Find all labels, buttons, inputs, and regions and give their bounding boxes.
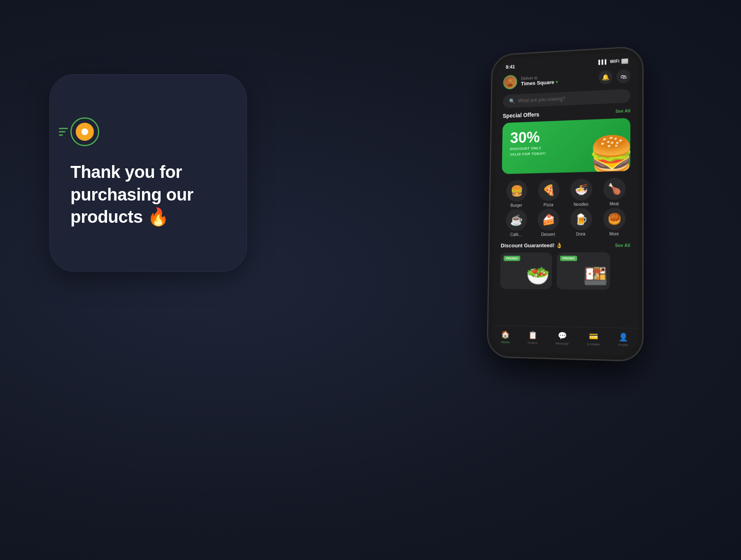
- orders-label: Orders: [528, 341, 538, 345]
- promo-banner[interactable]: 30% DISCOUNT ONLY VALID FOR TODAY! 🍔: [502, 118, 630, 174]
- wifi-icon: WiFi: [610, 58, 620, 64]
- category-noodles[interactable]: 🍜 Noodles: [565, 178, 597, 207]
- category-drink-label: Drink: [576, 232, 585, 236]
- category-burger-label: Burger: [510, 203, 522, 208]
- orders-icon: 📋: [528, 331, 537, 340]
- logo-dot: [82, 128, 88, 135]
- category-dessert-label: Dessert: [541, 232, 555, 237]
- category-cafe-icon: ☕: [506, 209, 527, 231]
- discount-title: Discount Guaranteed! 👌: [501, 242, 562, 248]
- home-label: Home: [501, 340, 510, 344]
- search-icon: 🔍: [509, 98, 515, 104]
- category-burger-icon: 🍔: [506, 180, 527, 202]
- bell-icon: 🔔: [601, 73, 609, 81]
- category-meat[interactable]: 🍗 Meat: [598, 177, 630, 206]
- special-offers-see-all[interactable]: See All: [615, 108, 630, 114]
- special-offers-title: Special Offers: [503, 111, 539, 119]
- profile-label: Profile: [618, 343, 628, 347]
- category-noodles-label: Noodles: [573, 202, 588, 207]
- promo-badge-1: PROMO: [503, 256, 520, 261]
- ewallet-label: E-Wallet: [587, 342, 600, 346]
- category-cafe[interactable]: ☕ Café...: [501, 209, 531, 237]
- ewallet-icon: 💳: [589, 332, 598, 341]
- category-more[interactable]: 🥮 More: [598, 208, 630, 236]
- bottom-nav: 🏠 Home 📋 Orders 💬 Message 💳 E-Wallet 👤: [492, 325, 638, 356]
- phone-frame: 9:41 ▌▌▌ WiFi ▓▓ Deliver to: [487, 47, 643, 361]
- deliver-info: Deliver to Times Square ▾: [521, 72, 599, 87]
- nav-ewallet[interactable]: 💳 E-Wallet: [587, 332, 600, 346]
- burger-emoji: 🍔: [588, 136, 630, 174]
- category-pizza[interactable]: 🍕 Pizza: [533, 179, 564, 208]
- signal-icon: ▌▌▌: [599, 59, 608, 65]
- category-noodles-icon: 🍜: [570, 178, 592, 201]
- category-dessert-icon: 🍰: [537, 208, 559, 231]
- category-meat-label: Meat: [610, 201, 619, 206]
- category-burger[interactable]: 🍔 Burger: [501, 180, 532, 208]
- nav-home[interactable]: 🏠 Home: [501, 330, 510, 344]
- profile-icon: 👤: [619, 332, 628, 342]
- bag-icon: 🛍: [620, 73, 627, 80]
- bag-button[interactable]: 🛍: [616, 69, 630, 84]
- promo-badge-2: PROMO: [560, 256, 578, 261]
- status-icons: ▌▌▌ WiFi ▓▓: [599, 58, 628, 65]
- svg-point-1: [508, 84, 513, 87]
- category-cafe-label: Café...: [510, 232, 522, 237]
- categories-grid: 🍔 Burger 🍕 Pizza 🍜 Noodles 🍗 Meat ☕: [494, 177, 638, 243]
- logo-outer-circle: [70, 117, 99, 146]
- category-more-icon: 🥮: [603, 208, 626, 230]
- logo-area: [70, 117, 99, 146]
- category-meat-icon: 🍗: [603, 177, 625, 200]
- speed-line-1: [59, 128, 68, 129]
- nav-message[interactable]: 💬 Message: [555, 331, 569, 345]
- category-drink[interactable]: 🍺 Drink: [565, 208, 597, 236]
- nav-orders[interactable]: 📋 Orders: [528, 331, 538, 345]
- battery-icon: ▓▓: [622, 58, 628, 63]
- speed-lines: [59, 128, 68, 136]
- product-card-2[interactable]: PROMO 🍱: [557, 252, 610, 290]
- message-label: Message: [555, 341, 569, 345]
- home-icon: 🏠: [501, 330, 510, 339]
- phone-wrapper: 9:41 ▌▌▌ WiFi ▓▓ Deliver to: [453, 10, 704, 522]
- product-card-1[interactable]: PROMO 🥗: [500, 252, 552, 289]
- bell-button[interactable]: 🔔: [599, 70, 613, 84]
- search-placeholder: What are you craving?: [518, 96, 565, 104]
- category-pizza-icon: 🍕: [538, 179, 559, 201]
- category-dessert[interactable]: 🍰 Dessert: [533, 208, 564, 237]
- message-icon: 💬: [558, 331, 567, 341]
- phone-screen: 9:41 ▌▌▌ WiFi ▓▓ Deliver to: [492, 51, 638, 356]
- logo-inner-circle: [76, 123, 94, 141]
- product-emoji-1: 🥗: [526, 264, 550, 287]
- speed-line-3: [59, 135, 63, 136]
- category-more-label: More: [609, 231, 619, 236]
- location-text: Times Square: [521, 79, 554, 86]
- location-dropdown-icon: ▾: [556, 80, 558, 84]
- thank-you-text: Thank you for purchasing our products 🔥: [70, 161, 226, 229]
- product-emoji-2: 🍱: [583, 264, 608, 288]
- discount-see-all[interactable]: See All: [615, 243, 630, 247]
- svg-point-0: [509, 79, 512, 82]
- header-icons: 🔔 🛍: [599, 69, 631, 84]
- avatar: [503, 75, 517, 90]
- discount-header: Discount Guaranteed! 👌 See All: [494, 242, 638, 252]
- speed-line-2: [59, 131, 65, 133]
- category-drink-icon: 🍺: [570, 208, 592, 230]
- nav-profile[interactable]: 👤 Profile: [618, 332, 628, 347]
- thank-you-card: Thank you for purchasing our products 🔥: [49, 74, 247, 272]
- product-row: PROMO 🥗 PROMO 🍱: [493, 252, 638, 290]
- status-time: 9:41: [506, 64, 515, 70]
- category-pizza-label: Pizza: [543, 203, 553, 207]
